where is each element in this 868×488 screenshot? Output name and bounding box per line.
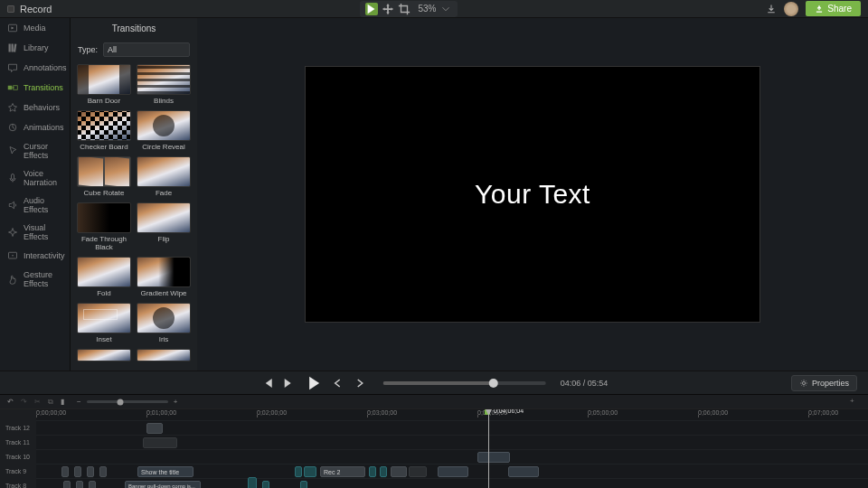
sidebar-item-media[interactable]: Media (0, 18, 70, 38)
undo-button[interactable]: ↶ (7, 398, 14, 406)
clip[interactable] (63, 481, 71, 488)
play-button[interactable] (304, 373, 324, 393)
zoom-percent[interactable]: 53% (418, 4, 436, 14)
track-row[interactable]: Banner pull-down comp is... (36, 478, 868, 488)
clip[interactable] (248, 477, 257, 488)
track-row[interactable] (36, 449, 868, 464)
transition-thumb (77, 349, 131, 361)
track-label[interactable]: Track 8 (0, 478, 36, 488)
svg-point-10 (802, 381, 805, 384)
sidebar-item-transitions[interactable]: Transitions (0, 78, 70, 98)
clip[interactable] (89, 481, 96, 488)
scrubber[interactable] (383, 381, 546, 385)
sidebar-item-annotations[interactable]: Annotations (0, 58, 70, 78)
transition-label: Fade Through Black (76, 235, 132, 251)
cut-button[interactable]: ✂ (34, 398, 41, 406)
sidebar-item-cursor-effects[interactable]: Cursor Effects (0, 137, 70, 164)
title-clip[interactable]: Show the title (137, 466, 193, 477)
clip[interactable] (477, 452, 510, 463)
transition-gradient-wipe[interactable]: Gradient Wipe (136, 257, 192, 297)
transition-partial[interactable] (136, 349, 192, 361)
timeline-zoom-knob[interactable] (118, 399, 124, 405)
clip[interactable] (295, 466, 302, 477)
clip[interactable] (146, 423, 163, 434)
sidebar-item-animations[interactable]: Animations (0, 117, 70, 137)
track-row[interactable]: Show the title Rec 2 (36, 464, 868, 478)
clip[interactable] (508, 466, 539, 477)
ruler-tick: 0;02;00;00 (257, 409, 287, 416)
transition-thumb (137, 257, 191, 287)
prev-frame-button[interactable] (260, 376, 275, 390)
copy-button[interactable]: ⧉ (48, 398, 53, 407)
transitions-scroll[interactable]: Barn DoorBlindsChecker BoardCircle Revea… (71, 61, 197, 371)
time-ruler[interactable]: 0;00;00;000;01;00;000;02;00;000;03;00;00… (36, 409, 868, 420)
clip[interactable] (369, 466, 376, 477)
pan-tool-button[interactable] (382, 3, 394, 15)
zoom-out-button[interactable]: − (77, 398, 81, 406)
zoom-in-button[interactable]: + (174, 398, 178, 406)
clip[interactable] (409, 466, 427, 477)
transition-barn-door[interactable]: Barn Door (76, 64, 132, 105)
edit-mode-button[interactable] (365, 3, 378, 15)
transition-fade[interactable]: Fade (136, 156, 192, 197)
next-frame-button[interactable] (282, 376, 297, 390)
clip[interactable] (300, 481, 307, 488)
clip[interactable] (143, 437, 177, 448)
add-track-button[interactable]: + (850, 397, 861, 408)
sidebar-item-library[interactable]: Library (0, 38, 70, 58)
timeline-zoom-slider[interactable] (87, 400, 168, 403)
transition-inset[interactable]: Inset (76, 303, 132, 343)
track-label[interactable]: Track 10 (0, 449, 36, 464)
transition-blinds[interactable]: Blinds (136, 64, 192, 105)
timeline-content[interactable]: 0;00;00;000;01;00;000;02;00;000;03;00;00… (36, 409, 868, 488)
transition-checker-board[interactable]: Checker Board (76, 110, 132, 151)
transition-partial[interactable] (76, 349, 132, 361)
transition-fold[interactable]: Fold (76, 257, 132, 297)
transition-fade-through-black[interactable]: Fade Through Black (76, 202, 132, 251)
record-button[interactable]: Record (20, 4, 52, 14)
track-label[interactable]: Track 11 (0, 435, 36, 449)
track-label[interactable]: Track 12 (0, 420, 36, 435)
sidebar-item-interactivity[interactable]: Interactivity (0, 246, 70, 266)
sidebar-item-gesture-effects[interactable]: Gesture Effects (0, 266, 70, 293)
preview-canvas[interactable]: Your Text (305, 66, 760, 323)
transition-thumb (137, 110, 191, 141)
sidebar-item-behaviors[interactable]: Behaviors (0, 98, 70, 117)
track-row[interactable] (36, 435, 868, 449)
sidebar-item-visual-effects[interactable]: Visual Effects (0, 219, 70, 246)
crop-tool-button[interactable] (398, 3, 410, 15)
transition-thumb (137, 64, 191, 95)
clip[interactable] (74, 466, 81, 477)
avatar[interactable] (784, 2, 798, 16)
playhead[interactable]: 0;04;06;04 (488, 409, 489, 488)
sidebar-item-voice-narration[interactable]: Voice Narration (0, 164, 70, 192)
share-button[interactable]: Share (806, 1, 861, 16)
clip[interactable] (304, 466, 316, 477)
download-icon[interactable] (766, 4, 777, 14)
properties-button[interactable]: Properties (791, 375, 857, 391)
banner-clip[interactable]: Banner pull-down comp is... (125, 481, 201, 488)
clip[interactable] (61, 466, 69, 477)
transition-circle-reveal[interactable]: Circle Reveal (136, 110, 192, 151)
clip[interactable] (391, 466, 407, 477)
clip[interactable] (438, 466, 468, 477)
sidebar-item-audio-effects[interactable]: Audio Effects (0, 192, 70, 219)
scrubber-knob[interactable] (489, 379, 498, 388)
rec2-clip[interactable]: Rec 2 (320, 466, 365, 477)
next-marker-button[interactable] (353, 376, 367, 390)
type-select[interactable]: All (103, 42, 190, 57)
transition-iris[interactable]: Iris (136, 303, 192, 343)
clip[interactable] (380, 466, 387, 477)
clip[interactable] (87, 466, 94, 477)
track-label[interactable]: Track 9 (0, 464, 36, 478)
clip[interactable] (99, 466, 107, 477)
prev-marker-button[interactable] (331, 376, 345, 390)
transition-flip[interactable]: Flip (136, 202, 192, 251)
transition-cube-rotate[interactable]: Cube Rotate (76, 156, 132, 197)
track-row[interactable] (36, 420, 868, 435)
clip[interactable] (262, 481, 269, 488)
redo-button[interactable]: ↷ (21, 398, 27, 406)
split-button[interactable]: ▮ (61, 398, 64, 406)
zoom-dropdown-icon[interactable] (439, 3, 452, 15)
clip[interactable] (76, 481, 83, 488)
